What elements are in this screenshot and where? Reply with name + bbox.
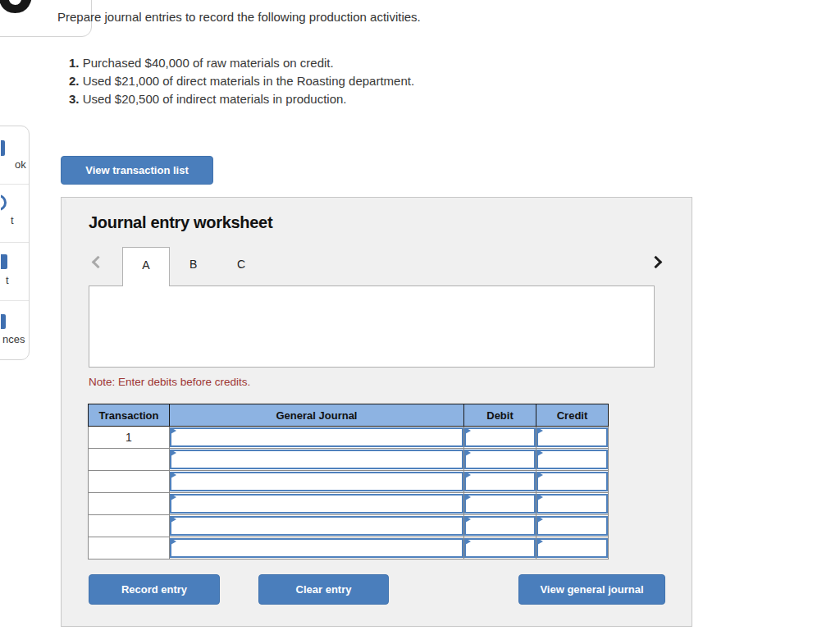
debit-input[interactable] [464,537,536,560]
activity-line: 2. Used $21,000 of direct materials in t… [69,72,414,90]
cell-flag-icon [537,494,543,500]
credit-input[interactable] [536,537,609,560]
credit-input[interactable] [536,427,609,449]
credit-input[interactable] [536,449,609,471]
sidebar-item-label: t [6,274,9,286]
cell-flag-icon [465,450,471,456]
sidebar-item-print[interactable]: t [0,243,29,301]
table-row [89,471,609,493]
sidebar-item-references[interactable]: nces [0,301,29,359]
view-transaction-list-button[interactable]: View transaction list [61,156,213,185]
table-row [89,493,609,515]
transaction-cell [89,493,170,515]
sidebar-item-label: ok [15,158,26,171]
sidebar-item-label: t [11,214,14,226]
col-header-general-journal: General Journal [170,404,464,427]
sidebar-item-label: nces [2,333,25,345]
cell-flag-icon [465,538,471,545]
transaction-cell [89,471,170,493]
page: 0 ok t t nces Prepare journal entries to… [0,0,840,644]
cell-flag-icon [537,472,543,478]
debit-input[interactable] [464,427,536,449]
general-journal-input[interactable] [170,427,464,449]
references-icon [1,314,6,329]
transaction-cell: 1 [89,427,170,449]
tab-c[interactable]: C [237,258,245,271]
journal-table: Transaction General Journal Debit Credit… [88,404,609,560]
credit-input[interactable] [536,493,609,515]
table-row: 1 [89,427,609,449]
cell-flag-icon [171,494,176,500]
cell-flag-icon [465,516,471,523]
ebook-icon [1,140,5,156]
cell-flag-icon [171,450,176,456]
activity-text: Purchased $40,000 of raw materials on cr… [83,56,334,70]
debit-input[interactable] [464,493,536,515]
activity-text: Used $21,000 of direct materials in the … [83,74,414,88]
cell-flag-icon [171,472,176,478]
tab-a[interactable]: A [122,247,170,286]
hint-icon [1,194,8,212]
table-row [89,515,609,537]
general-journal-input[interactable] [170,537,464,560]
cell-flag-icon [465,427,471,434]
cell-flag-icon [171,538,176,545]
tab-b[interactable]: B [189,258,197,271]
activity-number: 3. [69,92,80,106]
cell-flag-icon [537,538,543,545]
cell-flag-icon [537,427,543,434]
table-row [89,449,609,471]
transaction-cell [89,449,170,471]
activity-line: 1. Purchased $40,000 of raw materials on… [69,54,414,72]
debit-input[interactable] [464,515,536,537]
credit-input[interactable] [536,515,609,537]
general-journal-input[interactable] [170,515,464,537]
instruction-text: Prepare journal entries to record the fo… [57,10,421,24]
activity-text: Used $20,500 of indirect materials in pr… [83,92,347,106]
transaction-cell [89,515,170,537]
col-header-transaction: Transaction [89,404,170,427]
general-journal-input[interactable] [170,493,464,515]
credit-input[interactable] [536,471,609,493]
debit-input[interactable] [464,449,536,471]
cell-flag-icon [537,516,543,523]
transaction-cell [89,537,170,560]
debit-input[interactable] [464,471,536,493]
activities-list: 1. Purchased $40,000 of raw materials on… [69,54,414,108]
print-icon [1,254,7,269]
clear-entry-button[interactable]: Clear entry [258,574,389,605]
activity-number: 2. [69,74,80,88]
activity-line: 3. Used $20,500 of indirect materials in… [69,90,414,108]
col-header-credit: Credit [536,404,609,427]
sidebar-item-hint[interactable]: t [0,185,29,243]
cell-flag-icon [171,516,176,523]
activity-number: 1. [69,56,80,70]
table-row [89,537,609,560]
problem-number-partial: 0 [0,0,34,24]
note-text: Note: Enter debits before credits. [89,376,250,388]
cell-flag-icon [171,427,176,434]
general-journal-input[interactable] [170,449,464,471]
left-toolbar: ok t t nces [0,126,30,360]
general-journal-input[interactable] [170,471,464,493]
sidebar-item-ebook[interactable]: ok [0,126,29,185]
entry-description-box [89,285,655,368]
cell-flag-icon [465,494,471,500]
record-entry-button[interactable]: Record entry [89,574,220,605]
cell-flag-icon [465,472,471,478]
view-general-journal-button[interactable]: View general journal [518,574,665,605]
table-header-row: Transaction General Journal Debit Credit [89,404,609,427]
col-header-debit: Debit [464,404,536,427]
worksheet-title: Journal entry worksheet [89,213,272,232]
cell-flag-icon [537,450,543,456]
